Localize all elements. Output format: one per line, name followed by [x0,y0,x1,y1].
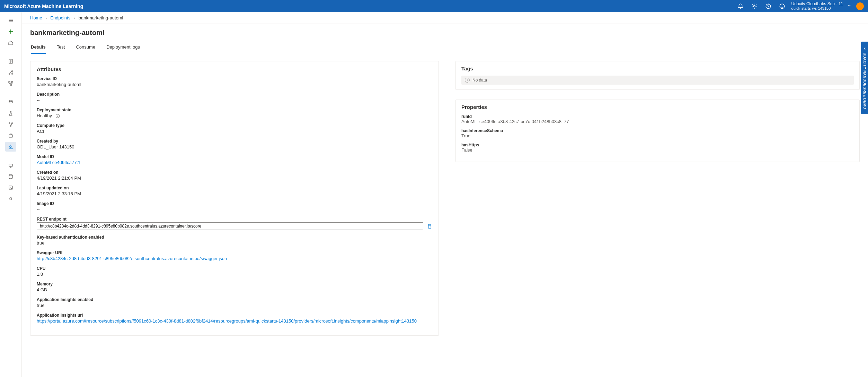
account-info[interactable]: Udacity CloudLabs Sub - 11 quick-starts-… [791,2,843,10]
nav-linked-services-icon[interactable] [5,194,16,204]
image-id-label: Image ID [37,201,432,206]
tags-nodata: i No data [461,76,854,85]
breadcrumb-current: bankmarketing-automl [79,15,123,20]
nav-designer-icon[interactable] [5,79,16,88]
service-id-label: Service ID [37,76,432,81]
brand-title: Microsoft Azure Machine Learning [4,3,83,9]
memory-label: Memory [37,282,432,286]
topbar-icons [737,3,785,9]
appinsights-url-label: Application Insights url [37,313,432,318]
keyauth-label: Key-based authentication enabled [37,235,432,240]
properties-title: Properties [461,104,854,110]
service-id-value: bankmarketing-automl [37,82,432,87]
help-icon[interactable] [765,3,771,9]
deployment-state-label: Deployment state [37,108,432,112]
svg-rect-7 [9,82,10,83]
workspace-name: quick-starts-ws-143150 [791,6,843,10]
nav-compute-icon[interactable] [5,161,16,170]
appinsights-url-link[interactable]: https://portal.azure.com#resource/subscr… [37,318,432,324]
description-value: -- [37,97,432,103]
last-updated-label: Last updated on [37,186,432,190]
nav-models-icon[interactable] [5,131,16,140]
notifications-icon[interactable] [737,3,744,9]
side-tab-label: UDACITY NANODEGREE DEMO [863,53,867,109]
breadcrumb-endpoints[interactable]: Endpoints [50,15,70,20]
hasinference-value: True [461,133,854,138]
appinsights-enabled-label: Application Insights enabled [37,297,432,302]
attributes-title: Attributes [37,66,432,72]
hasinference-label: hasInferenceSchema [461,128,854,133]
avatar[interactable] [856,2,864,10]
tags-title: Tags [461,66,854,71]
memory-value: 4 GB [37,287,432,292]
feedback-icon[interactable] [779,3,785,9]
chevron-right-icon: › [74,16,75,20]
nav-data-labeling-icon[interactable] [5,183,16,192]
runid-label: runId [461,114,854,119]
deployment-state-value: Healthy [37,113,432,118]
svg-point-0 [753,5,755,7]
breadcrumb-home[interactable]: Home [30,15,42,20]
created-by-value: ODL_User 143150 [37,144,432,149]
svg-rect-13 [9,135,12,137]
nav-menu-icon[interactable] [5,16,16,25]
svg-rect-15 [9,164,12,166]
tab-deployment-logs[interactable]: Deployment logs [106,42,140,54]
nav-datastores-icon[interactable] [5,172,16,181]
side-tab-demo[interactable]: UDACITY NANODEGREE DEMO [861,42,868,114]
svg-rect-19 [428,225,431,228]
tab-consume[interactable]: Consume [76,42,95,54]
rest-endpoint-input[interactable] [37,222,423,230]
svg-rect-8 [11,82,13,83]
hashttps-value: False [461,147,854,153]
svg-point-16 [9,174,12,176]
tab-test[interactable]: Test [57,42,65,54]
runid-value: AutoML_ce409ffc-a3b8-42c7-bc7c-041b248b0… [461,119,854,124]
cpu-label: CPU [37,266,432,271]
compute-type-label: Compute type [37,123,432,128]
svg-point-2 [780,4,785,9]
nav-pipelines-icon[interactable] [5,120,16,129]
svg-rect-9 [10,84,11,86]
tabs: Details Test Consume Deployment logs [30,42,860,54]
properties-panel: Properties runId AutoML_ce409ffc-a3b8-42… [455,100,860,162]
svg-point-6 [12,74,13,75]
nav-endpoints-icon[interactable] [5,142,16,152]
rest-endpoint-label: REST endpoint [37,217,432,222]
nav-datasets-icon[interactable] [5,97,16,107]
description-label: Description [37,92,432,97]
swagger-link[interactable]: http://c8b4284c-2d8d-4dd3-8291-c895e80b0… [37,256,432,261]
created-by-label: Created by [37,139,432,144]
attributes-panel: Attributes Service ID bankmarketing-auto… [30,61,439,336]
chevron-right-icon: › [46,16,47,20]
cpu-value: 1.8 [37,272,432,277]
nav-new-icon[interactable] [5,27,16,36]
topbar: Microsoft Azure Machine Learning Udacity… [0,0,868,12]
model-id-label: Model ID [37,154,432,159]
keyauth-value: true [37,240,432,246]
model-id-link[interactable]: AutoMLce409ffca77:1 [37,160,432,165]
created-on-label: Created on [37,170,432,175]
image-id-value: -- [37,207,432,212]
copy-icon[interactable] [426,223,432,229]
page-title: bankmarketing-automl [30,29,860,37]
compute-type-value: ACI [37,129,432,134]
tab-details[interactable]: Details [31,42,46,54]
info-icon: i [465,78,470,83]
hashttps-label: hasHttps [461,143,854,147]
settings-icon[interactable] [751,3,758,9]
created-on-value: 4/19/2021 2:21:04 PM [37,175,432,181]
last-updated-value: 4/19/2021 2:33:16 PM [37,191,432,196]
nav-automated-ml-icon[interactable] [5,68,16,77]
swagger-label: Swagger URI [37,250,432,255]
subscription-name: Udacity CloudLabs Sub - 11 [791,2,843,6]
info-icon[interactable] [55,114,60,118]
breadcrumb: Home › Endpoints › bankmarketing-automl [22,12,868,24]
tags-panel: Tags i No data [455,61,860,90]
nav-experiments-icon[interactable] [5,109,16,118]
account-chevron-icon[interactable] [847,3,851,9]
appinsights-enabled-value: true [37,303,432,308]
nav-notebooks-icon[interactable] [5,57,16,66]
nav-home-icon[interactable] [5,38,16,48]
tags-nodata-text: No data [472,78,487,83]
